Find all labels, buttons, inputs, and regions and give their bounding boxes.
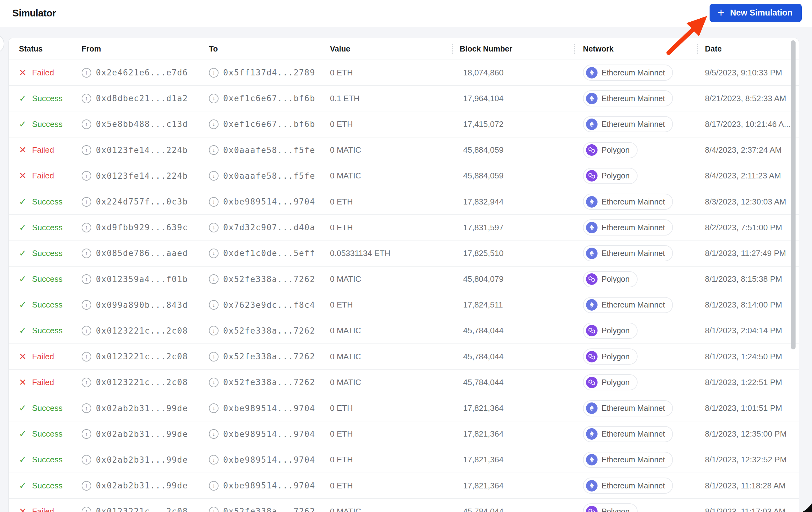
status-cell: ✓ Success: [19, 248, 82, 258]
table-row[interactable]: ✓ Success ↑ 0x5e8bb488...c13d ↓ 0xef1c6e…: [9, 111, 799, 137]
table-row[interactable]: ✕ Failed ↑ 0x2e4621e6...e7d6 ↓ 0x5ff137d…: [9, 60, 799, 86]
table-row[interactable]: ✓ Success ↑ 0x02ab2b31...99de ↓ 0xbe9895…: [9, 447, 799, 473]
table-row[interactable]: ✓ Success ↑ 0x02ab2b31...99de ↓ 0xbe9895…: [9, 395, 799, 421]
status-icon: ✕: [19, 171, 26, 180]
sent-from-icon: ↑: [82, 197, 91, 207]
column-header-from: From: [82, 44, 209, 53]
to-address: 0xbe989514...9704: [223, 197, 315, 206]
from-cell: ↑ 0x224d757f...0c3b: [82, 197, 209, 207]
column-header-status: Status: [19, 44, 82, 53]
table-row[interactable]: ✓ Success ↑ 0x085de786...aaed ↓ 0xdef1c0…: [9, 240, 799, 266]
status-label: Success: [32, 455, 62, 464]
sent-from-icon: ↑: [82, 326, 91, 335]
sent-from-icon: ↑: [82, 507, 91, 512]
network-badge: Ethereum Mainnet: [583, 64, 673, 81]
sent-to-icon: ↓: [209, 248, 219, 258]
table-row[interactable]: ✕ Failed ↑ 0x0123221c...2c08 ↓ 0x52fe338…: [9, 499, 799, 512]
table-row[interactable]: ✕ Failed ↑ 0x0123fe14...224b ↓ 0x0aaafe5…: [9, 138, 799, 163]
from-cell: ↑ 0xd8dbec21...d1a2: [82, 94, 209, 103]
ethereum-icon: [586, 248, 598, 259]
network-cell: Ethereum Mainnet: [574, 452, 697, 468]
column-header-network[interactable]: Network: [574, 44, 697, 53]
value-cell: 0 ETH: [330, 119, 452, 129]
status-cell: ✓ Success: [19, 403, 82, 413]
block-number-cell: 17,831,597: [452, 223, 574, 233]
block-number-cell: 17,964,104: [452, 94, 574, 103]
status-icon: ✓: [19, 94, 26, 103]
table-row[interactable]: ✓ Success ↑ 0x0123221c...2c08 ↓ 0x52fe33…: [9, 318, 799, 344]
network-cell: Ethereum Mainnet: [574, 400, 697, 416]
table-row[interactable]: ✓ Success ↑ 0x099a890b...843d ↓ 0x7623e9…: [9, 292, 799, 318]
new-simulation-button[interactable]: + New Simulation: [709, 4, 802, 22]
ethereum-icon: [586, 402, 598, 414]
sent-from-icon: ↑: [82, 481, 91, 490]
table-row[interactable]: ✕ Failed ↑ 0x0123fe14...224b ↓ 0x0aaafe5…: [9, 163, 799, 189]
status-icon: ✕: [19, 378, 26, 387]
status-cell: ✕ Failed: [19, 378, 82, 387]
to-cell: ↓ 0x52fe338a...7262: [209, 274, 330, 284]
network-badge: Polygon: [583, 168, 638, 184]
table-row[interactable]: ✕ Failed ↑ 0x0123221c...2c08 ↓ 0x52fe338…: [9, 344, 799, 369]
from-address: 0x5e8bb488...c13d: [96, 119, 188, 129]
network-label: Ethereum Mainnet: [602, 429, 665, 439]
to-cell: ↓ 0x52fe338a...7262: [209, 507, 330, 512]
table-row[interactable]: ✓ Success ↑ 0xd8dbec21...d1a2 ↓ 0xef1c6e…: [9, 86, 799, 111]
table-row[interactable]: ✓ Success ↑ 0x224d757f...0c3b ↓ 0xbe9895…: [9, 189, 799, 215]
value-cell: 0 MATIC: [330, 274, 452, 284]
network-badge: Ethereum Mainnet: [583, 400, 673, 416]
network-label: Ethereum Mainnet: [602, 198, 665, 206]
from-address: 0x02ab2b31...99de: [96, 404, 188, 413]
to-cell: ↓ 0xbe989514...9704: [209, 197, 330, 207]
date-cell: 9/5/2023, 9:10:33 PM: [697, 68, 799, 78]
from-address: 0xd8dbec21...d1a2: [96, 94, 188, 103]
sent-from-icon: ↑: [82, 352, 91, 362]
sent-to-icon: ↓: [209, 326, 219, 335]
vertical-scrollbar[interactable]: [791, 40, 795, 350]
collapsed-side-toggle[interactable]: [0, 34, 4, 53]
sent-from-icon: ↑: [82, 378, 91, 387]
status-cell: ✓ Success: [19, 326, 82, 335]
column-header-block-number[interactable]: Block Number: [452, 44, 574, 53]
network-cell: Polygon: [574, 168, 697, 184]
table-row[interactable]: ✓ Success ↑ 0x012359a4...f01b ↓ 0x52fe33…: [9, 267, 799, 292]
date-cell: 8/2/2023, 7:51:00 PM: [697, 223, 799, 233]
sent-from-icon: ↑: [82, 171, 91, 181]
to-address: 0x5ff137d4...2789: [223, 68, 315, 77]
block-number-cell: 18,074,860: [452, 68, 574, 78]
from-address: 0x2e4621e6...e7d6: [96, 68, 188, 77]
to-address: 0xbe989514...9704: [223, 481, 315, 490]
to-address: 0xbe989514...9704: [223, 404, 315, 413]
status-label: Failed: [32, 171, 54, 181]
date-cell: 8/17/2023, 10:21:46 A...: [697, 119, 799, 129]
block-number-cell: 17,825,510: [452, 248, 574, 258]
value-cell: 0 ETH: [330, 481, 452, 490]
from-cell: ↑ 0x0123fe14...224b: [82, 171, 209, 181]
status-label: Success: [32, 300, 62, 310]
from-address: 0x0123fe14...224b: [96, 146, 188, 155]
polygon-icon: [586, 273, 598, 285]
to-cell: ↓ 0xef1c6e67...bf6b: [209, 94, 330, 103]
table-row[interactable]: ✕ Failed ↑ 0x0123221c...2c08 ↓ 0x52fe338…: [9, 369, 799, 395]
status-icon: ✓: [19, 275, 26, 283]
table-row[interactable]: ✓ Success ↑ 0x02ab2b31...99de ↓ 0xbe9895…: [9, 473, 799, 499]
sent-to-icon: ↓: [209, 481, 219, 490]
from-address: 0x0123fe14...224b: [96, 171, 188, 181]
table-row[interactable]: ✓ Success ↑ 0xd9fbb929...639c ↓ 0x7d32c9…: [9, 215, 799, 240]
sent-from-icon: ↑: [82, 94, 91, 103]
status-cell: ✕ Failed: [19, 171, 82, 181]
network-cell: Ethereum Mainnet: [574, 245, 697, 261]
status-cell: ✕ Failed: [19, 352, 82, 362]
network-cell: Ethereum Mainnet: [574, 193, 697, 210]
from-cell: ↑ 0x02ab2b31...99de: [82, 481, 209, 490]
to-address: 0x7623e9dc...f8c4: [223, 300, 315, 310]
network-cell: Ethereum Mainnet: [574, 297, 697, 313]
network-label: Ethereum Mainnet: [602, 120, 665, 129]
date-cell: 8/1/2023, 11:27:49 PM: [697, 248, 799, 258]
network-label: Polygon: [602, 171, 630, 180]
polygon-icon: [586, 506, 598, 512]
column-header-date[interactable]: Date: [697, 44, 799, 53]
network-cell: Polygon: [574, 271, 697, 287]
sent-to-icon: ↓: [209, 119, 219, 129]
status-cell: ✓ Success: [19, 223, 82, 233]
table-row[interactable]: ✓ Success ↑ 0x02ab2b31...99de ↓ 0xbe9895…: [9, 421, 799, 447]
